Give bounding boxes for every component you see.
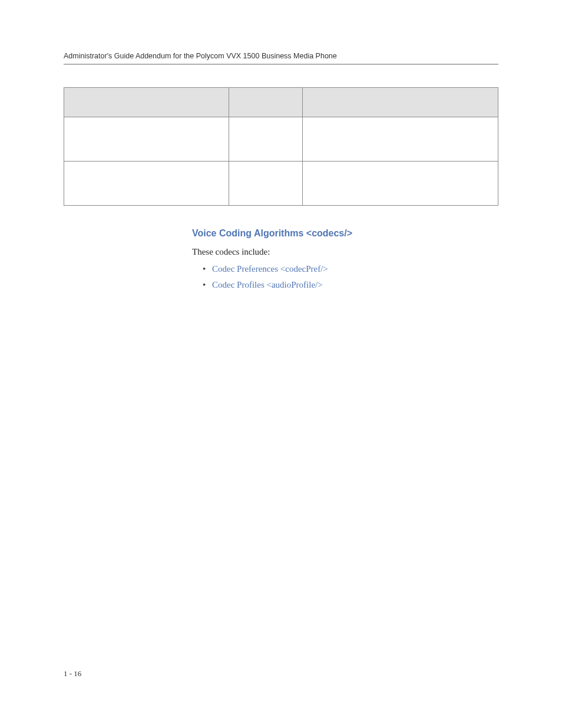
table-row [64,117,498,162]
table-cell [303,117,498,162]
table-cell [64,117,229,162]
table-header-cell [229,88,303,117]
list-item: Codec Profiles <audioProfile/> [203,280,498,290]
table-cell [303,162,498,206]
list-item: Codec Preferences <codecPref/> [203,264,498,274]
page-number: 1 - 16 [64,669,81,678]
section-heading: Voice Coding Algorithms <codecs/> [192,228,498,239]
table-header-cell [64,88,229,117]
table-cell [64,162,229,206]
link-codec-profiles[interactable]: Codec Profiles <audioProfile/> [212,280,323,289]
table-header-cell [303,88,498,117]
bullet-list: Codec Preferences <codecPref/> Codec Pro… [192,264,498,290]
table-row [64,162,498,206]
table-cell [229,162,303,206]
content-area: Voice Coding Algorithms <codecs/> These … [192,228,498,290]
header-rule [64,64,498,65]
table-cell [229,117,303,162]
config-table [64,87,498,206]
link-codec-preferences[interactable]: Codec Preferences <codecPref/> [212,264,328,274]
table-header-row [64,88,498,117]
running-header: Administrator's Guide Addendum for the P… [64,52,498,60]
section-intro: These codecs include: [192,247,498,257]
